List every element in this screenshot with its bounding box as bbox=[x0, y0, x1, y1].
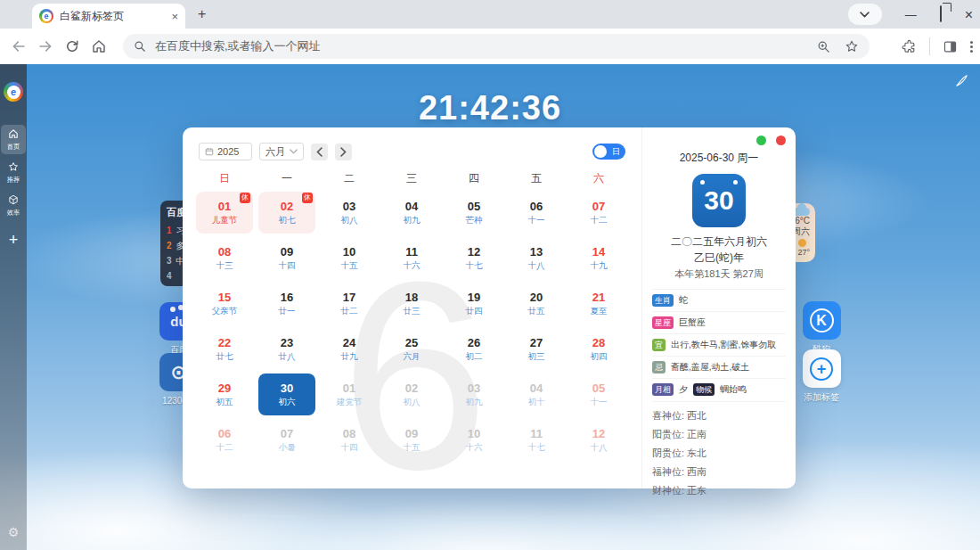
tab-close-icon[interactable]: × bbox=[171, 10, 178, 23]
cell-day-number: 12 bbox=[468, 245, 480, 259]
calendar-cell-05[interactable]: 05十一 bbox=[570, 374, 627, 415]
dock-add-button[interactable]: + bbox=[9, 231, 19, 250]
calendar-cell-04[interactable]: 04初九 bbox=[383, 192, 440, 234]
calendar-cell-06[interactable]: 06十一 bbox=[508, 192, 565, 234]
back-button[interactable] bbox=[5, 38, 32, 54]
minimize-button[interactable]: — bbox=[905, 9, 917, 21]
red-dot[interactable] bbox=[776, 135, 786, 145]
address-bar[interactable]: 在百度中搜索,或者输入一个网址 bbox=[123, 34, 870, 59]
calendar-cell-20[interactable]: 20廿五 bbox=[508, 283, 565, 324]
hot-rank: 2 bbox=[167, 238, 172, 253]
calendar-cell-13[interactable]: 13十八 bbox=[508, 237, 565, 279]
calendar-cell-10[interactable]: 10十五 bbox=[321, 237, 378, 279]
rest-badge: 休 bbox=[240, 193, 250, 203]
calendar-cell-22[interactable]: 22廿七 bbox=[196, 328, 253, 370]
cell-day-number: 24 bbox=[343, 336, 355, 350]
cell-day-number: 20 bbox=[530, 291, 543, 305]
calendar-cell-08[interactable]: 08十三 bbox=[196, 237, 253, 279]
calendar-cell-01[interactable]: 休01儿童节 bbox=[196, 192, 253, 234]
calendar-cell-29[interactable]: 29初五 bbox=[196, 374, 253, 415]
weekday-header: 日一二三四五六 bbox=[193, 168, 631, 188]
tab-search-button[interactable] bbox=[848, 4, 882, 25]
screenshot-pen-icon[interactable] bbox=[954, 73, 969, 92]
calendar-cell-16[interactable]: 16廿一 bbox=[258, 283, 315, 324]
calendar-cell-28[interactable]: 28初四 bbox=[570, 328, 627, 370]
cell-lunar-label: 父亲节 bbox=[212, 305, 238, 316]
close-button[interactable]: × bbox=[965, 9, 973, 21]
bookmark-star-icon[interactable] bbox=[845, 39, 859, 53]
calendar-cell-24[interactable]: 24廿九 bbox=[321, 328, 378, 370]
cell-lunar-label: 十五 bbox=[404, 441, 421, 452]
cell-day-number: 04 bbox=[405, 200, 418, 214]
calendar-cell-25[interactable]: 25六月 bbox=[383, 328, 440, 370]
calendar-cell-26[interactable]: 26初二 bbox=[445, 328, 502, 370]
calendar-cell-12[interactable]: 12十七 bbox=[445, 237, 502, 279]
month-select[interactable]: 六月 bbox=[259, 143, 304, 160]
cell-day-number: 25 bbox=[405, 336, 418, 350]
calendar-cell-03[interactable]: 03初八 bbox=[321, 192, 378, 234]
calendar-cell-02[interactable]: 休02初七 bbox=[258, 192, 315, 234]
kugou-k-icon: K bbox=[803, 301, 841, 340]
green-dot[interactable] bbox=[756, 135, 766, 145]
weekday-label: 日 bbox=[193, 168, 256, 188]
calendar-cell-27[interactable]: 27初三 bbox=[508, 328, 565, 370]
cell-lunar-label: 小暑 bbox=[279, 441, 296, 452]
extensions-icon[interactable] bbox=[902, 39, 917, 54]
calendar-cell-07[interactable]: 07小暑 bbox=[258, 419, 315, 461]
sidebar-item-效率[interactable]: 效率 bbox=[1, 191, 26, 220]
rest-badge: 休 bbox=[302, 193, 313, 203]
calendar-cell-07[interactable]: 07十二 bbox=[570, 192, 627, 234]
cell-day-number: 08 bbox=[343, 427, 355, 441]
calendar-cell-14[interactable]: 14十九 bbox=[570, 237, 627, 279]
day-detail-panel: 2025-06-30 周一 30 二〇二五年六月初六 乙巳(蛇)年 本年第181… bbox=[641, 127, 796, 488]
calendar-cell-19[interactable]: 19廿四 bbox=[445, 283, 502, 324]
forward-button[interactable] bbox=[32, 38, 59, 54]
calendar-cell-04[interactable]: 04初十 bbox=[508, 374, 565, 415]
browser-tab[interactable]: e 白鲨新标签页 × bbox=[32, 4, 185, 29]
shortcut-add-site[interactable]: + 添加标签 bbox=[801, 349, 842, 404]
view-toggle[interactable]: 日 bbox=[592, 144, 625, 160]
calendar-cell-23[interactable]: 23廿八 bbox=[258, 328, 315, 370]
calendar-cell-05[interactable]: 05芒种 bbox=[445, 192, 502, 234]
calendar-cell-18[interactable]: 18廿三 bbox=[383, 283, 440, 324]
address-bar-text[interactable]: 在百度中搜索,或者输入一个网址 bbox=[155, 38, 808, 54]
calendar-cell-11[interactable]: 11十六 bbox=[383, 237, 440, 279]
sidebar-item-首页[interactable]: 首页 bbox=[1, 125, 26, 154]
calendar-cell-08[interactable]: 08十四 bbox=[321, 419, 378, 461]
calendar-cell-09[interactable]: 09十五 bbox=[383, 419, 440, 461]
tag-badge: 物候 bbox=[693, 383, 715, 396]
maximize-button[interactable] bbox=[940, 6, 942, 22]
side-panel-icon[interactable] bbox=[943, 39, 958, 54]
calendar-cell-15[interactable]: 15父亲节 bbox=[196, 283, 253, 324]
year-input[interactable]: 2025 bbox=[199, 143, 252, 160]
calendar-cell-12[interactable]: 12十八 bbox=[570, 419, 627, 461]
calendar-cell-09[interactable]: 09十四 bbox=[258, 237, 315, 279]
cell-day-number: 02 bbox=[405, 382, 418, 396]
zoom-icon[interactable] bbox=[817, 40, 830, 53]
shortcut-label: 添加标签 bbox=[801, 391, 842, 404]
calendar-cell-03[interactable]: 03初九 bbox=[445, 374, 502, 415]
menu-dots-icon[interactable] bbox=[970, 41, 973, 53]
calendar-cell-30[interactable]: 30初六 bbox=[258, 374, 315, 415]
calendar-cell-02[interactable]: 02初八 bbox=[383, 374, 440, 415]
calendar-cell-21[interactable]: 21夏至 bbox=[570, 283, 627, 324]
new-tab-button[interactable]: + bbox=[198, 7, 206, 21]
reload-button[interactable] bbox=[59, 38, 86, 54]
calendar-cell-17[interactable]: 17廿二 bbox=[321, 283, 378, 324]
prev-month-button[interactable] bbox=[311, 144, 328, 160]
home-button[interactable] bbox=[86, 38, 112, 54]
cell-lunar-label: 十七 bbox=[528, 441, 545, 452]
cell-day-number: 23 bbox=[281, 336, 293, 350]
sidebar-item-推荐[interactable]: 推荐 bbox=[1, 158, 26, 187]
shortcut-kugou[interactable]: K 酷狗 bbox=[801, 301, 842, 356]
cell-lunar-label: 十五 bbox=[341, 259, 358, 270]
day-number: 30 bbox=[704, 185, 733, 216]
cell-day-number: 06 bbox=[218, 427, 231, 441]
next-month-button[interactable] bbox=[335, 144, 352, 160]
settings-gear-icon[interactable]: ⚙ bbox=[0, 525, 27, 539]
calendar-cell-01[interactable]: 01建党节 bbox=[321, 374, 378, 415]
calendar-header: 2025 六月 日 bbox=[199, 142, 625, 161]
calendar-cell-06[interactable]: 06十二 bbox=[196, 419, 253, 461]
calendar-cell-11[interactable]: 11十七 bbox=[508, 419, 565, 461]
calendar-cell-10[interactable]: 10十六 bbox=[445, 419, 502, 461]
